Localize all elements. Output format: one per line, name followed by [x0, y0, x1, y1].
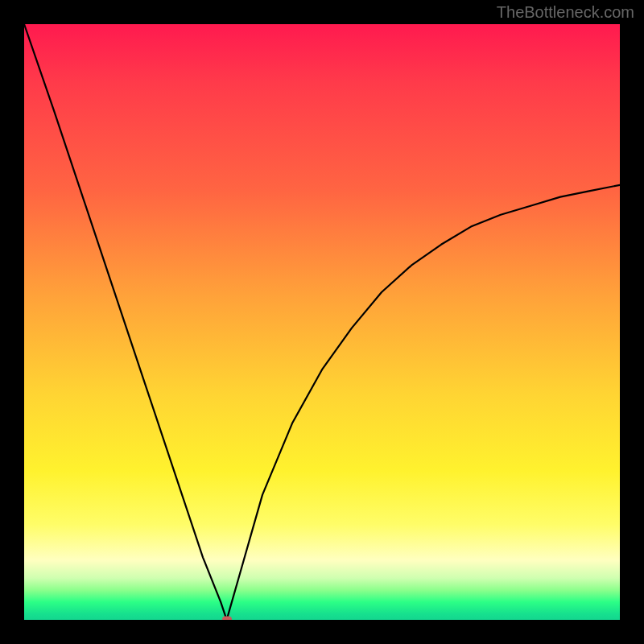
plot-area [24, 24, 620, 620]
curve-svg [24, 24, 620, 620]
optimum-marker [222, 617, 232, 621]
bottleneck-curve [24, 24, 620, 620]
chart-container: TheBottleneck.com [0, 0, 644, 644]
watermark-text: TheBottleneck.com [497, 3, 634, 22]
